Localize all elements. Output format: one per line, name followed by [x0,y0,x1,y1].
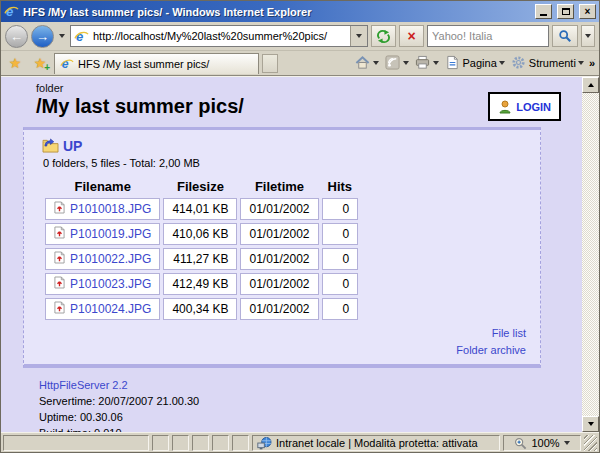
favorites-center-button[interactable]: ★ [4,53,26,73]
tab-favicon-icon: e [60,57,74,71]
filetime-cell: 01/01/2002 [240,248,318,270]
stop-button[interactable]: × [399,25,424,47]
hits-cell: 0 [322,298,359,320]
status-cell-2 [172,435,189,451]
file-icon [54,276,65,292]
search-options-dropdown[interactable] [581,25,595,47]
feeds-button[interactable] [383,54,411,72]
login-button[interactable]: LOGIN [488,92,561,121]
browser-window: e HFS /My last summer pics/ - Windows In… [0,0,600,453]
file-table: Filename Filesize Filetime Hits P1010018… [42,175,361,323]
hits-cell: 0 [322,248,359,270]
page-icon [445,55,461,71]
zoom-magnifier-icon [514,437,527,450]
header-filename: Filename [45,178,160,195]
history-dropdown[interactable] [57,25,67,47]
filetime-cell: 01/01/2002 [240,223,318,245]
file-link[interactable]: P1010023.JPG [70,277,151,291]
hfs-page: folder /My last summer pics/ LOGIN UP 0 … [1,77,582,432]
page-favicon-icon: e [74,29,89,44]
filetime-cell: 01/01/2002 [240,298,318,320]
filesize-cell: 412,49 KB [163,273,237,295]
file-icon [54,301,65,317]
svg-text:e: e [62,57,69,71]
tab-label: HFS /My last summer pics/ [78,58,209,70]
back-button[interactable]: ← [5,25,28,48]
browser-viewport: folder /My last summer pics/ LOGIN UP 0 … [1,76,599,432]
table-row: P1010019.JPG 410,06 KB 01/01/2002 0 [45,223,358,245]
filesize-cell: 414,01 KB [163,198,237,220]
navigation-bar: ← → e http://localhost/My%20last%20summe… [1,22,599,51]
command-overflow-button[interactable]: » [588,57,596,69]
scroll-up-button[interactable] [582,77,599,93]
rss-feed-icon [385,55,401,71]
vertical-scrollbar[interactable] [582,77,599,432]
up-link[interactable]: UP [63,138,82,154]
table-row: P1010022.JPG 411,27 KB 01/01/2002 0 [45,248,358,270]
home-button[interactable] [353,54,381,72]
search-input[interactable] [427,25,549,47]
tools-menu-label: Strumenti [529,57,576,69]
tools-menu-button[interactable]: Strumenti [509,54,586,72]
window-title: HFS /My last summer pics/ - Windows Inte… [23,6,530,18]
table-row: P1010023.JPG 412,49 KB 01/01/2002 0 [45,273,358,295]
filesize-cell: 410,06 KB [163,223,237,245]
file-icon [54,251,65,267]
new-tab-stub[interactable] [262,54,278,73]
status-progress-cell [3,435,149,451]
title-bar: e HFS /My last summer pics/ - Windows In… [1,1,599,22]
server-version-link[interactable]: HttpFileServer 2.2 [39,379,128,391]
filetime-cell: 01/01/2002 [240,198,318,220]
home-icon [355,55,371,71]
svg-text:e: e [6,4,13,19]
file-icon [54,201,65,217]
svg-text:e: e [76,29,83,44]
close-button[interactable]: × [579,4,596,19]
file-link[interactable]: P1010019.JPG [70,227,151,241]
hits-cell: 0 [322,273,359,295]
address-dropdown[interactable] [350,26,367,46]
maximize-button[interactable] [557,4,574,19]
tab-active[interactable]: e HFS /My last summer pics/ [54,53,259,74]
file-link[interactable]: P1010022.JPG [70,252,151,266]
print-button[interactable] [413,54,441,72]
printer-icon [415,55,431,71]
table-row: P1010018.JPG 414,01 KB 01/01/2002 0 [45,198,358,220]
status-cell-3 [192,435,209,451]
table-header-row: Filename Filesize Filetime Hits [45,178,358,195]
add-favorite-button[interactable]: ★+ [29,53,51,73]
search-button[interactable] [552,25,578,47]
file-icon [54,226,65,242]
status-bar: Intranet locale | Modalità protetta: att… [1,432,599,452]
status-cell-5 [232,435,249,451]
header-filesize: Filesize [163,178,237,195]
status-cell-1 [152,435,169,451]
intranet-icon [257,437,272,450]
file-list-panel: UP 0 folders, 5 files - Total: 2,00 MB F… [23,127,541,368]
tab-bar: ★ ★+ e HFS /My last summer pics/ [1,51,599,76]
refresh-button[interactable] [371,25,396,47]
ie-logo-icon: e [4,4,19,19]
server-footer: HttpFileServer 2.2 Servertime: 20/07/200… [39,378,582,432]
header-hits: Hits [322,178,359,195]
forward-button[interactable]: → [31,25,54,48]
zoom-control[interactable]: 100% [503,435,581,451]
file-list-link[interactable]: File list [42,325,526,342]
file-link[interactable]: P1010018.JPG [70,202,151,216]
scroll-down-button[interactable] [582,416,599,432]
uptime-text: Uptime: 00.30.06 [39,411,123,423]
folder-archive-link[interactable]: Folder archive [42,342,526,359]
address-bar[interactable]: e http://localhost/My%20last%20summer%20… [70,25,368,47]
page-menu-button[interactable]: Pagina [443,54,507,72]
hits-cell: 0 [322,223,359,245]
page-menu-label: Pagina [463,57,497,69]
filesize-cell: 400,34 KB [163,298,237,320]
folder-stats: 0 folders, 5 files - Total: 2,00 MB [43,157,526,169]
resize-grip[interactable] [584,435,597,451]
address-input[interactable]: http://localhost/My%20last%20summer%20pi… [93,30,350,42]
file-link[interactable]: P1010024.JPG [70,302,151,316]
zoom-level-text: 100% [531,437,559,449]
minimize-button[interactable] [535,4,552,19]
filetime-cell: 01/01/2002 [240,273,318,295]
security-zone-cell: Intranet locale | Modalità protetta: att… [252,435,500,451]
